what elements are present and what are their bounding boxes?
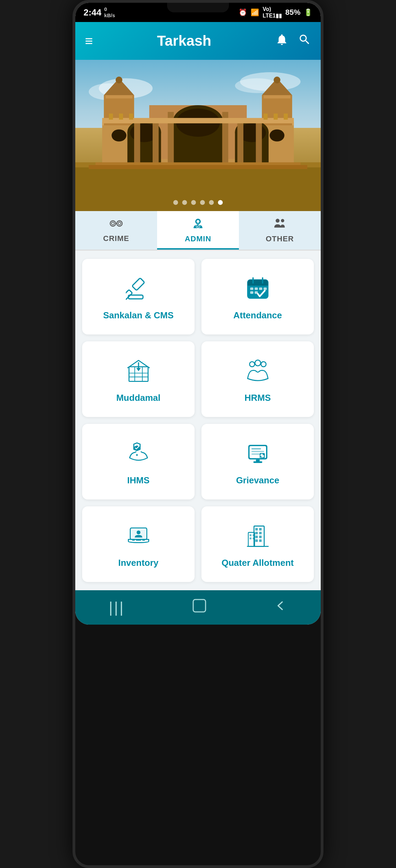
svg-point-49	[197, 220, 199, 223]
people-icon	[245, 358, 271, 387]
inventory-label: Inventory	[118, 558, 158, 568]
grid-card-hrms[interactable]: HRMS	[201, 341, 314, 417]
carousel-dot-5[interactable]	[209, 200, 214, 205]
svg-rect-99	[259, 528, 261, 530]
muddamal-label: Muddamal	[116, 393, 161, 403]
carousel-dot-3[interactable]	[191, 200, 196, 205]
ihms-label: IHMS	[127, 475, 150, 486]
sankalan-label: Sankalan & CMS	[103, 310, 174, 321]
signal-icon: Vo)LTE1▮▮	[263, 6, 282, 19]
hero-monument-svg	[75, 60, 321, 211]
svg-point-11	[116, 77, 122, 84]
grid-card-ihms[interactable]: IHMS	[82, 424, 195, 499]
tab-bar: CRIME ADMIN	[75, 211, 321, 251]
tab-other-label: OTHER	[266, 234, 294, 243]
shield-hand-icon	[126, 440, 151, 470]
svg-rect-34	[119, 113, 123, 120]
bottom-nav: |||	[75, 590, 321, 625]
svg-marker-71	[136, 368, 141, 371]
svg-rect-100	[255, 532, 257, 534]
tab-admin-label: ADMIN	[185, 234, 211, 243]
svg-rect-106	[249, 534, 251, 536]
svg-rect-33	[109, 113, 113, 120]
tab-crime[interactable]: CRIME	[75, 211, 157, 250]
svg-rect-42	[89, 165, 307, 169]
grid-card-attendance[interactable]: Attendance	[201, 259, 314, 334]
svg-rect-55	[128, 295, 143, 299]
svg-rect-83	[251, 448, 261, 450]
svg-rect-102	[255, 536, 257, 538]
phone-frame: 2:44 0kB/s ⏰ 📶 Vo)LTE1▮▮ 85% 🔋 ≡ Tarkash	[73, 0, 323, 868]
carousel-dots	[173, 200, 223, 205]
hero-banner	[75, 60, 321, 211]
battery-icon: 🔋	[304, 8, 312, 17]
tab-admin[interactable]: ADMIN	[157, 211, 239, 250]
svg-point-15	[274, 77, 280, 84]
svg-rect-107	[253, 534, 255, 536]
svg-point-51	[276, 219, 279, 222]
app-header: ≡ Tarkash	[75, 22, 321, 60]
hamburger-menu-button[interactable]: ≡	[85, 34, 93, 48]
grid-card-quater[interactable]: Quater Allotment	[201, 506, 314, 582]
tab-other[interactable]: OTHER	[239, 211, 321, 250]
recent-apps-button[interactable]: |||	[99, 595, 135, 619]
admin-icon	[191, 217, 205, 232]
grievance-label: Grievance	[236, 475, 279, 486]
svg-rect-109	[253, 538, 255, 540]
calendar-icon	[245, 275, 271, 305]
carousel-dot-6[interactable]	[218, 200, 223, 205]
wifi-icon: 📶	[251, 8, 259, 17]
carousel-dot-4[interactable]	[200, 200, 205, 205]
laptop-icon	[126, 523, 151, 552]
svg-rect-29	[256, 122, 262, 166]
carousel-dot-1[interactable]	[173, 200, 178, 205]
svg-rect-66	[263, 287, 266, 290]
building-icon	[245, 523, 271, 552]
hrms-label: HRMS	[244, 393, 271, 403]
svg-rect-84	[251, 451, 264, 452]
svg-rect-111	[193, 600, 206, 612]
svg-rect-38	[284, 113, 288, 120]
back-button[interactable]	[264, 596, 297, 619]
bell-icon[interactable]	[275, 33, 288, 49]
svg-point-52	[281, 219, 284, 222]
carousel-dot-2[interactable]	[182, 200, 187, 205]
svg-point-40	[270, 129, 284, 141]
form-icon	[245, 440, 271, 470]
svg-point-44	[117, 221, 122, 226]
svg-rect-103	[259, 536, 261, 538]
search-icon[interactable]	[298, 33, 311, 49]
svg-rect-27	[153, 122, 159, 166]
grid-card-inventory[interactable]: Inventory	[82, 506, 195, 582]
battery-text: 85%	[285, 8, 300, 17]
svg-rect-36	[264, 113, 268, 120]
grid-card-sankalan[interactable]: Sankalan & CMS	[82, 259, 195, 334]
svg-point-92	[136, 530, 140, 534]
svg-rect-60	[248, 283, 268, 285]
svg-rect-64	[254, 287, 257, 290]
svg-rect-108	[249, 538, 251, 540]
home-button[interactable]	[182, 595, 217, 620]
svg-rect-37	[274, 113, 278, 120]
notch	[167, 3, 229, 12]
svg-rect-105	[259, 539, 261, 542]
other-icon	[273, 217, 287, 232]
svg-rect-53	[132, 278, 145, 290]
svg-point-46	[118, 222, 121, 225]
alarm-icon: ⏰	[239, 8, 247, 17]
grid-card-muddamal[interactable]: Muddamal	[82, 341, 195, 417]
svg-rect-101	[259, 532, 261, 534]
grid-card-grievance[interactable]: Grievance	[201, 424, 314, 499]
svg-rect-28	[237, 122, 243, 166]
svg-point-39	[112, 129, 126, 141]
svg-rect-88	[256, 460, 260, 462]
grid-container: Sankalan & CMS	[75, 251, 321, 590]
quater-label: Quater Allotment	[222, 558, 294, 568]
svg-point-76	[249, 362, 254, 367]
gavel-icon	[126, 275, 151, 305]
handcuffs-icon	[109, 218, 123, 232]
svg-rect-67	[250, 291, 253, 294]
app-title: Tarkash	[93, 33, 275, 49]
svg-rect-98	[255, 528, 257, 530]
warehouse-icon	[126, 358, 151, 387]
